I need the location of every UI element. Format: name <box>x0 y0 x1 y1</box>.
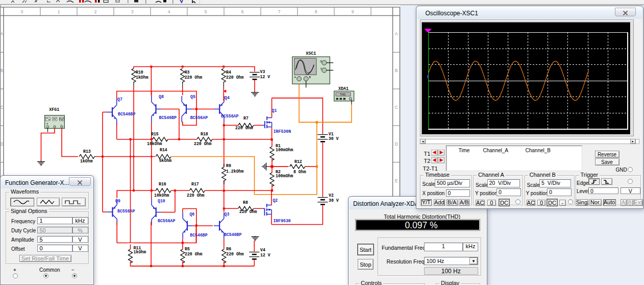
svg-text:G: G <box>320 60 322 63</box>
svg-text:B: B <box>395 68 398 73</box>
svg-text:BC546BP: BC546BP <box>224 232 241 237</box>
svg-text:2: 2 <box>94 9 97 14</box>
svg-text:5: 5 <box>205 9 207 14</box>
svg-text:3: 3 <box>131 9 134 14</box>
svg-text:220 Ohm: 220 Ohm <box>226 252 243 256</box>
svg-text:BC546BP: BC546BP <box>118 112 135 116</box>
svg-text:C: C <box>394 105 398 110</box>
svg-text:Q4: Q4 <box>225 96 230 100</box>
svg-text:A: A <box>395 31 398 36</box>
svg-text:5kOhm: 5kOhm <box>159 158 172 163</box>
svg-text:C: C <box>0 105 3 110</box>
svg-text:100mOhm: 100mOhm <box>276 148 293 152</box>
svg-text:10kOhm: 10kOhm <box>147 141 162 146</box>
svg-text:1: 1 <box>58 9 60 14</box>
svg-text:Q10: Q10 <box>158 199 165 203</box>
svg-text:R16: R16 <box>159 182 166 186</box>
svg-text:R13: R13 <box>83 149 91 154</box>
svg-text:D: D <box>0 141 3 147</box>
svg-text:R18: R18 <box>201 132 208 136</box>
svg-text:IRF530N: IRF530N <box>274 129 291 134</box>
svg-text:12 V: 12 V <box>260 253 270 257</box>
svg-text:30 V: 30 V <box>329 198 339 203</box>
svg-text:Q9: Q9 <box>115 199 120 203</box>
svg-text:THD: THD <box>340 93 345 96</box>
svg-text:D: D <box>394 141 398 147</box>
svg-text:V2: V2 <box>329 193 334 198</box>
svg-text:IRF9530: IRF9530 <box>273 219 290 223</box>
svg-text:220 Ohm: 220 Ohm <box>235 126 253 130</box>
svg-text:Q7: Q7 <box>117 97 122 102</box>
svg-text:6: 6 <box>241 9 244 14</box>
svg-text:B: B <box>0 68 3 73</box>
svg-text:R8: R8 <box>243 200 248 205</box>
svg-text:R15: R15 <box>151 132 159 136</box>
svg-text:8: 8 <box>315 9 317 14</box>
svg-text:XFG1: XFG1 <box>49 107 59 112</box>
svg-text:1.2kOhm: 1.2kOhm <box>226 169 243 174</box>
svg-text:1kOhm: 1kOhm <box>134 250 146 254</box>
svg-text:30 V: 30 V <box>329 136 339 141</box>
svg-text:XDA1: XDA1 <box>338 86 349 91</box>
svg-text:1kOhm: 1kOhm <box>80 159 93 163</box>
svg-text:BC546BP: BC546BP <box>159 115 177 120</box>
svg-text:1kOhm: 1kOhm <box>136 75 148 80</box>
svg-text:E: E <box>395 178 398 183</box>
svg-text:R6: R6 <box>226 247 231 251</box>
svg-text:220 Ohm: 220 Ohm <box>194 141 211 146</box>
svg-text:R5: R5 <box>185 247 190 251</box>
svg-text:Q2: Q2 <box>273 198 278 203</box>
svg-text:Q1: Q1 <box>272 108 277 113</box>
svg-text:R17: R17 <box>191 182 199 186</box>
svg-text:12 V: 12 V <box>260 75 270 79</box>
svg-text:100mOhm: 100mOhm <box>276 174 293 178</box>
svg-text:R10: R10 <box>136 70 143 75</box>
svg-text:V1: V1 <box>329 132 334 136</box>
svg-text:4: 4 <box>168 9 170 14</box>
svg-text:Q3: Q3 <box>225 212 230 217</box>
svg-text:BC556AP: BC556AP <box>190 115 208 120</box>
svg-text:Q6: Q6 <box>189 212 194 217</box>
svg-text:XSC1: XSC1 <box>306 51 316 56</box>
svg-text:A: A <box>294 76 296 79</box>
svg-text:BC556AP: BC556AP <box>158 219 175 223</box>
svg-text:R4: R4 <box>226 70 231 75</box>
svg-text:10kOhm: 10kOhm <box>154 193 169 198</box>
svg-text:R9: R9 <box>226 163 231 168</box>
svg-text:220 Ohm: 220 Ohm <box>226 75 243 80</box>
svg-text:Q5: Q5 <box>190 94 195 99</box>
svg-text:BC546BP: BC546BP <box>190 233 207 238</box>
svg-text:220 Ohm: 220 Ohm <box>185 75 202 80</box>
svg-text:V4: V4 <box>260 248 265 252</box>
svg-text:220 Ohm: 220 Ohm <box>187 193 204 198</box>
svg-text:R3: R3 <box>185 70 190 75</box>
svg-text:A: A <box>0 31 3 36</box>
svg-text:0: 0 <box>21 9 23 14</box>
svg-text:B: B <box>309 76 311 79</box>
svg-text:BC556AP: BC556AP <box>117 209 135 213</box>
svg-text:R12: R12 <box>294 159 302 164</box>
svg-text:BC556AP: BC556AP <box>221 114 238 118</box>
svg-text:7: 7 <box>278 9 281 14</box>
svg-text:R7: R7 <box>243 116 249 121</box>
svg-text:R14: R14 <box>160 148 167 152</box>
svg-text:8 Ohm: 8 Ohm <box>293 170 306 174</box>
svg-text:220 Ohm: 220 Ohm <box>239 209 257 214</box>
svg-text:V3: V3 <box>260 69 265 74</box>
svg-text:220 Ohm: 220 Ohm <box>185 252 202 256</box>
svg-text:9: 9 <box>352 9 354 14</box>
svg-text:Q8: Q8 <box>159 94 164 99</box>
